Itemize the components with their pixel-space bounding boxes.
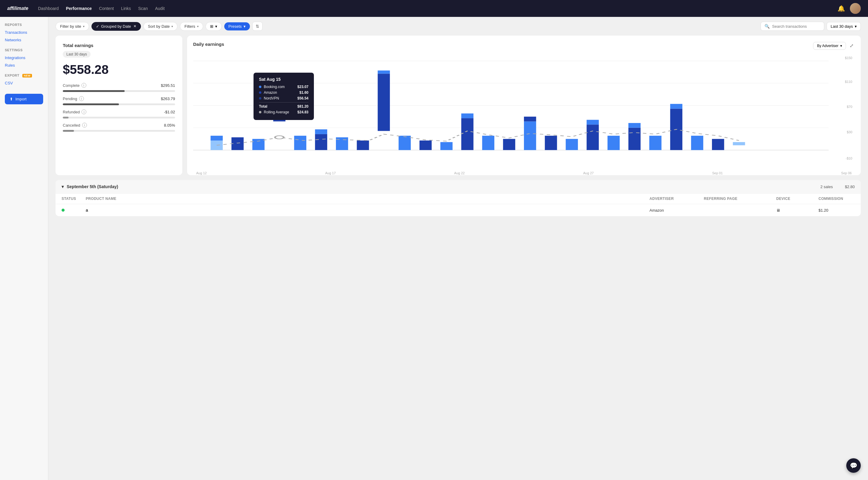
pending-label: Pending — [63, 97, 77, 101]
main-content: Filter by site ▾ ✓ Grouped by Date ✕ Sor… — [48, 17, 868, 480]
y-label-70: $70 — [847, 105, 852, 108]
sidebar-item-csv[interactable]: CSV — [5, 79, 43, 87]
row-commission: $1.20 — [818, 208, 855, 212]
row-device: 🖥 — [776, 208, 818, 212]
search-input[interactable] — [772, 24, 820, 29]
daily-card-header: Daily earnings By Advertiser ▾ ⤢ — [193, 42, 855, 50]
x-label-aug12: Aug 12 — [196, 171, 207, 175]
svg-rect-9 — [252, 139, 265, 150]
nav-links-item[interactable]: Links — [121, 6, 131, 11]
group-amount: $2.80 — [845, 184, 855, 189]
expand-button[interactable]: ⤢ — [848, 42, 855, 50]
period-badge: Last 30 days — [63, 51, 91, 58]
columns-icon: ⊞ — [210, 24, 213, 29]
sidebar-item-networks[interactable]: Networks — [5, 36, 43, 43]
filter-by-site-button[interactable]: Filter by site ▾ — [56, 22, 89, 31]
svg-rect-28 — [524, 117, 536, 122]
nav-scan[interactable]: Scan — [138, 6, 148, 11]
cancelled-progress-bar — [63, 130, 175, 132]
y-label-30: $30 — [847, 130, 852, 134]
desktop-icon: 🖥 — [776, 208, 780, 212]
svg-point-42 — [275, 136, 284, 139]
grouped-by-date-button[interactable]: ✓ Grouped by Date ✕ — [91, 22, 141, 31]
notification-bell-icon[interactable]: 🔔 — [838, 5, 845, 12]
daily-title: Daily earnings — [193, 42, 224, 47]
pending-progress-fill — [63, 103, 119, 105]
svg-rect-20 — [399, 136, 411, 150]
x-label-aug17: Aug 17 — [325, 171, 336, 175]
sidebar-item-integrations[interactable]: Integrations — [5, 54, 43, 61]
col-device: Device — [776, 197, 818, 201]
svg-rect-21 — [420, 140, 432, 150]
sidebar-item-rules[interactable]: Rules — [5, 62, 43, 69]
reports-section-title: REPORTS — [5, 23, 43, 27]
chart-svg — [193, 55, 855, 169]
daily-earnings-card: Daily earnings By Advertiser ▾ ⤢ $150 $1… — [187, 36, 861, 175]
group-sales: 2 sales — [820, 184, 833, 189]
export-section-title: EXPORT NEW — [5, 74, 43, 77]
svg-rect-12 — [273, 80, 285, 85]
svg-rect-34 — [628, 128, 641, 150]
nav-dashboard[interactable]: Dashboard — [38, 6, 59, 11]
svg-rect-35 — [628, 123, 641, 128]
transactions-table: ▾ September 5th (Saturday) 2 sales $2.80… — [56, 180, 861, 216]
chevron-down-icon: ▾ — [855, 24, 857, 29]
refunded-info-icon: i — [82, 109, 86, 114]
group-header[interactable]: ▾ September 5th (Saturday) 2 sales $2.80 — [56, 180, 861, 194]
svg-rect-11 — [273, 85, 285, 90]
group-header-right: 2 sales $2.80 — [820, 184, 855, 189]
adjust-button[interactable]: ⇅ — [252, 22, 262, 31]
chat-bubble[interactable]: 💬 — [846, 458, 861, 473]
by-advertiser-button[interactable]: By Advertiser ▾ — [813, 42, 846, 50]
search-box: 🔍 — [761, 22, 824, 31]
svg-rect-25 — [482, 136, 494, 150]
chevron-down-icon: ▾ — [215, 24, 217, 29]
table-row: a Amazon 🖥 $1.20 — [56, 204, 861, 216]
check-icon: ✓ — [96, 24, 99, 29]
svg-rect-10 — [273, 90, 285, 122]
svg-rect-41 — [733, 142, 745, 145]
chevron-down-icon: ▾ — [172, 25, 173, 28]
top-nav: affilimate Dashboard Performance Content… — [0, 0, 868, 17]
logo: affilimate — [7, 6, 28, 11]
x-label-sep06: Sep 06 — [841, 171, 852, 175]
earnings-card: Total earnings Last 30 days $558.28 Comp… — [56, 36, 182, 175]
row-status — [62, 208, 86, 212]
refunded-progress-bar — [63, 117, 175, 118]
filters-button[interactable]: Filters ▾ — [180, 22, 203, 31]
status-green-dot — [62, 209, 65, 212]
nav-performance[interactable]: Performance — [66, 6, 92, 11]
svg-rect-32 — [587, 120, 599, 125]
svg-rect-40 — [712, 139, 724, 150]
date-range-button[interactable]: Last 30 days ▾ — [827, 22, 861, 31]
svg-rect-19 — [378, 71, 390, 74]
complete-label: Complete — [63, 83, 80, 88]
chevron-down-icon: ▾ — [840, 44, 842, 48]
import-button[interactable]: ⬆ Import — [5, 94, 43, 104]
pending-progress-bar — [63, 103, 175, 105]
col-status: Status — [62, 197, 86, 201]
svg-rect-29 — [545, 136, 557, 150]
sidebar: REPORTS Transactions Networks SETTINGS I… — [0, 17, 48, 480]
columns-button[interactable]: ⊞ ▾ — [206, 22, 222, 31]
svg-rect-23 — [461, 118, 473, 150]
sidebar-item-transactions[interactable]: Transactions — [5, 29, 43, 36]
close-icon[interactable]: ✕ — [133, 24, 136, 28]
row-product: a — [86, 208, 650, 212]
col-advertiser: Advertiser — [650, 197, 704, 201]
sort-by-date-button[interactable]: Sort by Date ▾ — [143, 22, 178, 31]
svg-rect-36 — [649, 136, 661, 150]
svg-rect-15 — [315, 129, 327, 134]
refunded-label: Refunded — [63, 110, 80, 114]
chat-icon: 💬 — [850, 462, 858, 469]
nav-content[interactable]: Content — [99, 6, 114, 11]
cancelled-info-icon: i — [82, 123, 87, 128]
presets-button[interactable]: Presets ▾ — [224, 22, 250, 30]
nav-audit[interactable]: Audit — [155, 6, 165, 11]
complete-info-icon: i — [82, 83, 86, 88]
cancelled-progress-fill — [63, 130, 74, 132]
svg-rect-6 — [211, 140, 223, 150]
stat-pending: Pending i $263.79 — [63, 96, 175, 101]
svg-rect-22 — [440, 142, 453, 150]
avatar[interactable] — [850, 3, 861, 14]
